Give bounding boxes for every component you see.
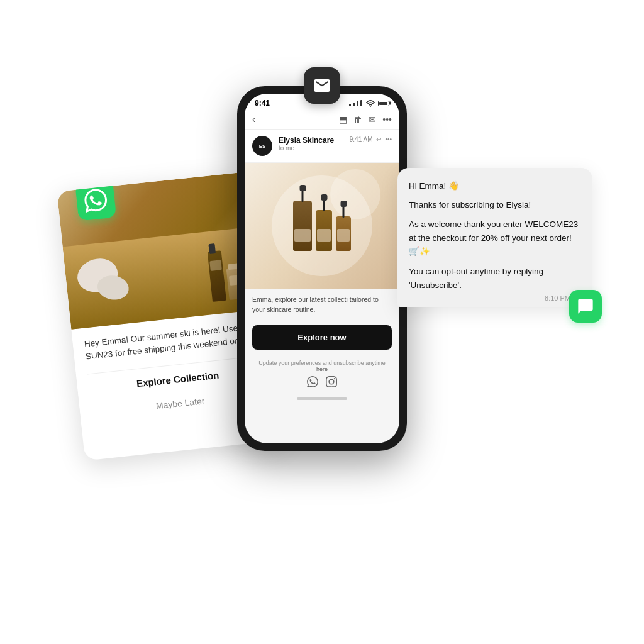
archive-icon[interactable]: ⬒ [339, 114, 347, 125]
unsubscribe-link[interactable]: here [316, 366, 328, 372]
sender-info: Elysia Skincare to me [279, 136, 343, 152]
reply-icon[interactable]: ↩ [376, 136, 381, 143]
email-footer: Update your preferences and unsubscribe … [245, 355, 399, 392]
email-sender-row: ES Elysia Skincare to me 9:41 AM ↩ ••• [245, 130, 399, 163]
svg-point-0 [370, 106, 371, 107]
messages-icon [569, 290, 602, 323]
sms-line3: You can opt-out anytime by replying 'Uns… [409, 265, 581, 292]
footer-instagram-icon [326, 376, 337, 387]
status-icons [348, 100, 389, 107]
email-time: 9:41 AM [350, 136, 373, 143]
explore-now-button[interactable]: Explore now [252, 325, 392, 350]
serum-bottle-2 [316, 210, 332, 251]
phone-screen: 9:41 [245, 94, 399, 443]
email-badge [304, 67, 340, 104]
serum-bottle-3 [336, 216, 351, 251]
trash-icon[interactable]: 🗑 [353, 114, 362, 125]
sender-to: to me [279, 145, 343, 152]
more-icon[interactable]: ••• [382, 114, 392, 125]
email-nav-icons: ⬒ 🗑 ✉ ••• [339, 114, 392, 125]
email-body-text: Emma, explore our latest collecti tailor… [245, 289, 399, 321]
email-product-image [245, 163, 399, 289]
sender-meta: 9:41 AM ↩ ••• [350, 136, 392, 143]
sender-avatar: ES [252, 136, 272, 156]
sms-text: Hi Emma! 👋 Thanks for subscribing to Ely… [409, 179, 581, 292]
status-time: 9:41 [255, 99, 270, 108]
sms-line2: As a welcome thank you enter WELCOME23 a… [409, 218, 581, 258]
whatsapp-icon [75, 180, 116, 221]
email-nav-header: ‹ ⬒ 🗑 ✉ ••• [245, 110, 399, 130]
sms-line1: Thanks for subscribing to Elysia! [409, 198, 581, 212]
more-options-icon[interactable]: ••• [385, 136, 392, 143]
footer-text: Update your preferences and unsubscribe … [258, 360, 386, 366]
sms-greeting: Hi Emma! 👋 [409, 179, 581, 193]
back-icon[interactable]: ‹ [252, 114, 255, 125]
sender-name: Elysia Skincare [279, 136, 343, 145]
mail-icon[interactable]: ✉ [369, 114, 376, 125]
phone-mockup: 9:41 [237, 86, 407, 451]
serum-bottle-1 [293, 201, 312, 251]
email-social-icons [252, 376, 392, 387]
sms-bubble: Hi Emma! 👋 Thanks for subscribing to Ely… [397, 168, 592, 307]
footer-whatsapp-icon [307, 376, 318, 387]
